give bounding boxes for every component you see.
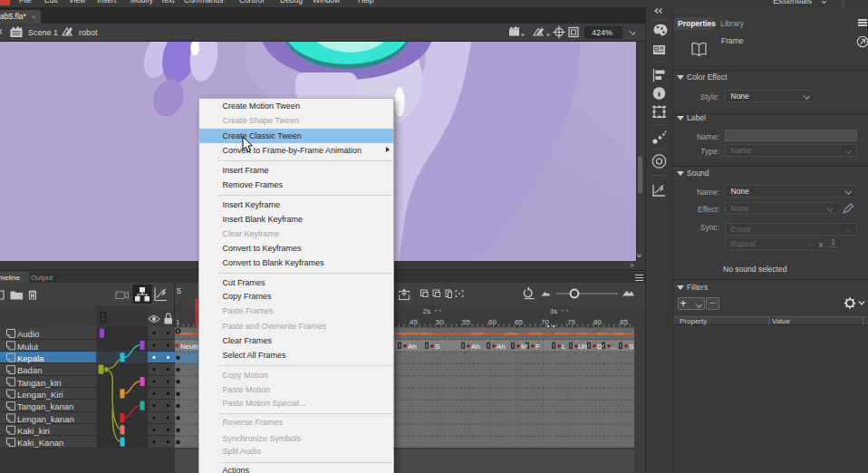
svg-text:80: 80: [593, 318, 602, 326]
svg-text:S: S: [629, 343, 633, 351]
svg-text:F: F: [535, 343, 540, 351]
svg-text:M: M: [521, 343, 527, 351]
svg-text:50: 50: [436, 318, 444, 326]
svg-text:Ah: Ah: [497, 343, 506, 351]
svg-text:Ah: Ah: [408, 343, 417, 351]
svg-text:65: 65: [515, 318, 523, 326]
svg-text:S: S: [435, 343, 439, 351]
svg-text:75: 75: [567, 318, 575, 326]
svg-text:45: 45: [410, 318, 418, 326]
svg-text:2s: 2s: [423, 307, 430, 315]
svg-text:70: 70: [541, 318, 549, 326]
svg-text:D: D: [597, 343, 603, 351]
svg-text:Ah: Ah: [471, 343, 480, 351]
svg-text:55: 55: [462, 318, 470, 326]
svg-text:...: ...: [611, 343, 617, 351]
svg-text:Uh: Uh: [578, 343, 587, 351]
svg-text:60: 60: [488, 318, 497, 326]
svg-text:85: 85: [620, 318, 628, 326]
svg-text:3s: 3s: [550, 307, 557, 315]
svg-text:L: L: [562, 343, 566, 351]
